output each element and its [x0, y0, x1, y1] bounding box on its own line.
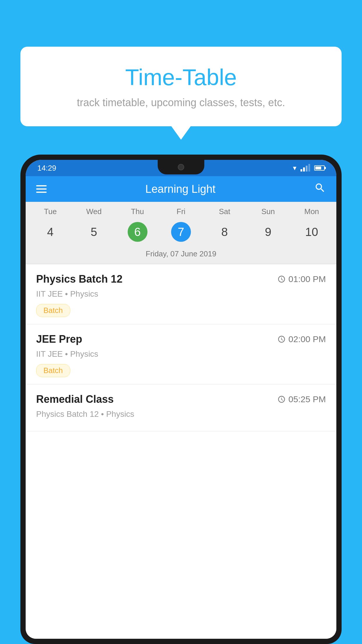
signal-bars-icon	[301, 164, 310, 172]
wifi-icon: ▾	[293, 164, 296, 172]
day-label: Thu	[116, 207, 159, 216]
schedule-time-text: 05:25 PM	[289, 394, 326, 404]
schedule-item[interactable]: Physics Batch 12 01:00 PM IIT JEE • Phys…	[26, 264, 336, 324]
day-number[interactable]: 9	[246, 221, 290, 242]
schedule-item[interactable]: JEE Prep 02:00 PM IIT JEE • Physics Batc…	[26, 324, 336, 384]
schedule-time-text: 02:00 PM	[289, 334, 326, 344]
battery-fill	[315, 167, 321, 169]
battery-icon	[314, 165, 325, 171]
status-icons: ▾	[293, 164, 325, 172]
schedule-item-subtitle: IIT JEE • Physics	[36, 349, 326, 359]
day-number[interactable]: 10	[290, 221, 333, 242]
day-label: Sat	[203, 207, 246, 216]
bubble-title: Time-Table	[35, 64, 327, 91]
schedule-item-time: 02:00 PM	[277, 334, 326, 344]
phone-screen: 14:29 ▾ Learning Ligh	[26, 160, 336, 639]
day-labels-row: TueWedThuFriSatSunMon	[26, 202, 336, 219]
schedule-item-title: JEE Prep	[36, 333, 82, 345]
day-label: Sun	[246, 207, 290, 216]
app-toolbar: Learning Light	[26, 176, 336, 202]
hamburger-menu-button[interactable]	[36, 185, 47, 193]
phone-notch	[158, 160, 204, 174]
batch-tag: Batch	[36, 304, 70, 317]
day-number[interactable]: 5	[72, 221, 115, 242]
hamburger-line-1	[36, 185, 47, 186]
clock-icon	[277, 275, 286, 283]
day-number[interactable]: 7	[171, 222, 191, 242]
status-time: 14:29	[37, 164, 56, 173]
day-label: Wed	[72, 207, 115, 216]
bubble-subtitle: track timetable, upcoming classes, tests…	[35, 97, 327, 109]
phone-outer: 14:29 ▾ Learning Ligh	[20, 155, 342, 644]
camera-dot	[178, 164, 184, 170]
schedule-item-subtitle: Physics Batch 12 • Physics	[36, 410, 326, 419]
hamburger-line-3	[36, 192, 47, 193]
batch-tag: Batch	[36, 364, 70, 377]
clock-icon	[277, 335, 286, 343]
schedule-list: Physics Batch 12 01:00 PM IIT JEE • Phys…	[26, 264, 336, 639]
day-numbers-row: 45678910	[26, 219, 336, 246]
phone-frame: 14:29 ▾ Learning Ligh	[20, 155, 342, 644]
schedule-item-title: Remedial Class	[36, 393, 114, 405]
hamburger-line-2	[36, 188, 47, 190]
speech-bubble-container: Time-Table track timetable, upcoming cla…	[20, 47, 342, 126]
search-button[interactable]	[314, 182, 326, 196]
day-number[interactable]: 4	[29, 221, 72, 242]
day-number[interactable]: 6	[128, 222, 147, 242]
schedule-item-header: Remedial Class 05:25 PM	[36, 393, 326, 405]
schedule-item-subtitle: IIT JEE • Physics	[36, 289, 326, 299]
schedule-item[interactable]: Remedial Class 05:25 PM Physics Batch 12…	[26, 384, 336, 431]
schedule-item-time: 05:25 PM	[277, 394, 326, 404]
speech-bubble: Time-Table track timetable, upcoming cla…	[20, 47, 342, 126]
schedule-item-title: Physics Batch 12	[36, 273, 122, 285]
day-number[interactable]: 8	[203, 221, 246, 242]
day-label: Tue	[29, 207, 72, 216]
schedule-time-text: 01:00 PM	[289, 274, 326, 284]
selected-date-label: Friday, 07 June 2019	[26, 246, 336, 264]
day-label: Fri	[159, 207, 203, 216]
app-title: Learning Light	[145, 183, 216, 195]
calendar-section: TueWedThuFriSatSunMon 45678910 Friday, 0…	[26, 202, 336, 264]
day-label: Mon	[290, 207, 333, 216]
schedule-item-header: Physics Batch 12 01:00 PM	[36, 273, 326, 285]
schedule-item-header: JEE Prep 02:00 PM	[36, 333, 326, 345]
clock-icon	[277, 395, 286, 403]
schedule-item-time: 01:00 PM	[277, 274, 326, 284]
